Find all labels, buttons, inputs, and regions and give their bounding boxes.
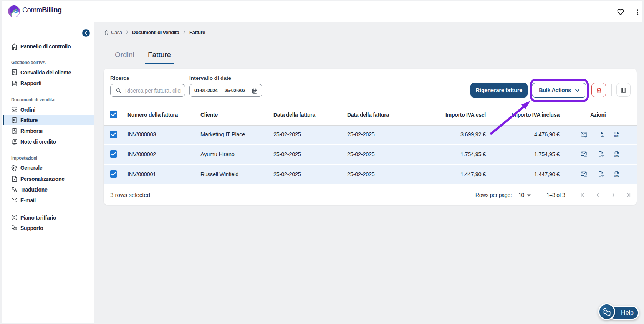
svg-text:XML: XML <box>614 155 619 157</box>
svg-text:XML: XML <box>614 135 619 137</box>
svg-text:XML: XML <box>614 174 619 177</box>
